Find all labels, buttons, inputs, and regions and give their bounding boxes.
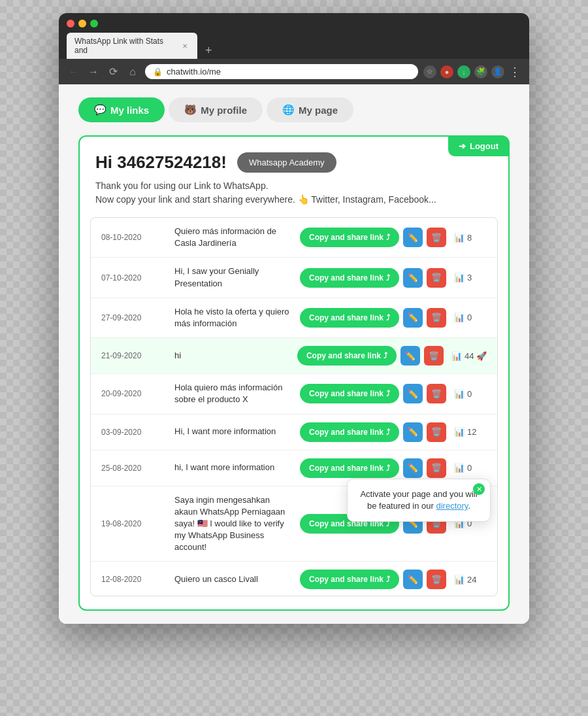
edit-button[interactable]: ✏️ [403,384,423,403]
table-row: 27-09-2020 Hola he visto la oferta y qui… [91,298,497,338]
table-row: 21-09-2020 hi Copy and share link ⤴ ✏️ 🗑… [91,338,497,374]
copy-share-button[interactable]: Copy and share link ⤴ [300,570,399,589]
edit-button[interactable]: ✏️ [403,458,423,478]
link-message: Quiero un casco Livall [174,573,292,585]
tab-my-links[interactable]: 💬 My links [78,97,165,122]
delete-button[interactable]: 🗑️ [427,422,446,442]
link-message: hi [174,350,289,362]
browser-tab-active[interactable]: WhatsApp Link with Stats and ✕ [67,33,197,59]
copy-label: Copy and share link [309,273,384,282]
main-card: ➔ Logout Hi 34627524218! Whatsapp Academ… [78,135,510,611]
star-icon[interactable]: ☆ [423,65,436,78]
lock-icon: 🔒 [153,67,163,77]
browser-tabs: WhatsApp Link with Stats and ✕ + [67,33,521,59]
copy-share-button[interactable]: Copy and share link ⤴ [300,308,399,328]
menu-icon[interactable]: ⋮ [508,65,521,78]
copy-share-button[interactable]: Copy and share link ⤴ [300,268,399,288]
link-message: Hola quiero más información sobre el pro… [174,382,292,405]
card-header: Hi 34627524218! Whatsapp Academy Thank y… [80,137,508,217]
copy-label: Copy and share link [309,464,384,473]
copy-label: Copy and share link [306,351,381,360]
subtitle-line2: Now copy your link and start sharing eve… [95,193,493,207]
back-button[interactable]: ← [67,66,81,78]
link-date: 20-09-2020 [101,389,167,398]
subtitle-line1: Thank you for using our Link to WhatsApp… [95,179,493,193]
whatsapp-academy-button[interactable]: Whatsapp Academy [237,152,336,173]
nav-icons: ☆ ● ↓ 🧩 👤 ⋮ [423,65,521,78]
subtitle: Thank you for using our Link to WhatsApp… [95,179,493,207]
browser-dots [67,20,521,27]
stats-icon: 📊 [454,463,465,473]
link-date: 08-10-2020 [101,233,167,242]
extension-icon-green[interactable]: ↓ [457,65,470,78]
browser-chrome: WhatsApp Link with Stats and ✕ + [59,13,529,59]
forward-button[interactable]: → [86,66,101,78]
home-button[interactable]: ⌂ [125,66,140,78]
tab-my-profile-label: My profile [201,105,247,116]
share-icon: ⤴ [384,351,387,360]
delete-button[interactable]: 🗑️ [427,268,446,288]
logout-button[interactable]: ➔ Logout [448,136,509,156]
delete-button[interactable]: 🗑️ [427,570,446,589]
delete-button[interactable]: 🗑️ [424,346,444,366]
edit-button[interactable]: ✏️ [403,228,423,247]
stats-icon: 📊 [454,575,465,585]
logout-icon: ➔ [459,141,466,151]
dot-red[interactable] [67,20,74,27]
tooltip-link[interactable]: directory [436,501,468,511]
profile-icon[interactable]: 👤 [491,65,504,78]
link-actions: Copy and share link ⤴ ✏️ 🗑️ [300,384,446,403]
stats-value: 12 [467,427,476,437]
link-stats: 📊 8 [454,233,487,243]
edit-button[interactable]: ✏️ [403,422,423,442]
link-actions: Copy and share link ⤴ ✏️ 🗑️ [300,228,446,247]
browser-window: WhatsApp Link with Stats and ✕ + ← → ⟳ ⌂… [59,13,529,624]
copy-label: Copy and share link [309,233,384,242]
new-tab-button[interactable]: + [200,42,218,59]
edit-button[interactable]: ✏️ [403,268,423,288]
extension-icon-red[interactable]: ● [440,65,453,78]
edit-button[interactable]: ✏️ [403,308,423,328]
copy-share-button[interactable]: Copy and share link ⤴ [297,346,397,366]
edit-button[interactable]: ✏️ [400,346,420,366]
stats-value: 24 [467,575,476,585]
copy-share-button[interactable]: Copy and share link ⤴ [300,458,399,478]
dot-green[interactable] [90,20,98,27]
link-stats: 📊 0 [454,313,487,322]
refresh-button[interactable]: ⟳ [106,65,120,78]
link-message: Quiero más información de Casla Jardiner… [174,226,292,249]
address-bar[interactable]: 🔒 chatwith.io/me [145,64,418,79]
delete-button[interactable]: 🗑️ [427,308,446,328]
link-stats: 📊 0 [454,389,487,399]
share-icon: ⤴ [386,464,390,473]
tooltip-close-button[interactable]: ✕ [473,483,485,495]
tab-my-profile[interactable]: 🐻 My profile [169,97,263,122]
table-row: 19-08-2020 Saya ingin mengesahkan akaun … [91,486,497,562]
share-icon: ⤴ [386,428,390,437]
delete-button[interactable]: 🗑️ [427,458,446,478]
link-date: 25-08-2020 [101,464,167,473]
table-row: 07-10-2020 Hi, I saw your Genially Prese… [91,258,497,298]
copy-share-button[interactable]: Copy and share link ⤴ [300,228,399,247]
stats-value: 0 [467,463,472,473]
tab-my-page[interactable]: 🌐 My page [267,97,353,122]
stats-value: 3 [467,273,472,282]
edit-button[interactable]: ✏️ [403,570,423,589]
delete-button[interactable]: 🗑️ [427,228,446,247]
tab-my-links-label: My links [110,105,149,116]
copy-share-button[interactable]: Copy and share link ⤴ [300,422,399,442]
stats-value: 44 🚀 [465,351,487,361]
copy-share-button[interactable]: Copy and share link ⤴ [300,384,399,403]
link-actions: Copy and share link ⤴ ✏️ 🗑️ [297,346,444,366]
extensions-icon[interactable]: 🧩 [474,65,487,78]
share-icon: ⤴ [386,389,390,398]
stats-icon: 📊 [454,233,465,243]
delete-button[interactable]: 🗑️ [427,384,446,403]
table-row: 12-08-2020 Quiero un casco Livall Copy a… [91,562,497,596]
tab-close-btn[interactable]: ✕ [180,41,189,50]
link-date: 21-09-2020 [101,351,167,360]
share-icon: ⤴ [386,313,390,322]
link-stats: 📊 0 [454,463,487,473]
logout-label: Logout [470,141,498,151]
dot-yellow[interactable] [78,20,86,27]
